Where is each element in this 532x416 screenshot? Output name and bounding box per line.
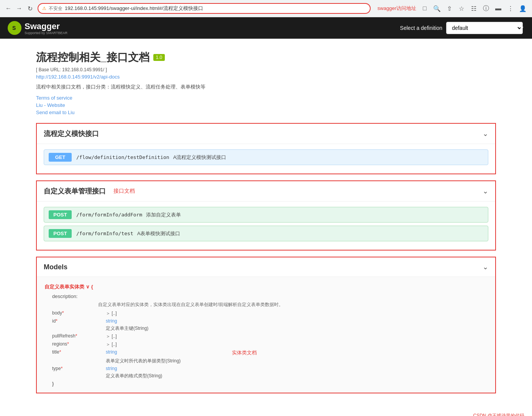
model-field-expand-regions[interactable]: ＞ [..] [106, 341, 117, 348]
method-badge-post-test: POST [49, 229, 72, 238]
definition-selector: Select a definition default ▼ [400, 22, 524, 34]
reload-button[interactable]: ↻ [25, 4, 34, 13]
endpoint-path-form-test: /form/formInfo/test [76, 231, 133, 236]
model-field-regions: regions ＞ [..] [44, 341, 488, 348]
swagger-logo-sub: Supported by SMARTBEAR [25, 31, 67, 35]
model-field-extra-id: 定义表单主键(String) [106, 325, 148, 332]
browser-chrome: ← → ↻ ⚠ 不安全 192.168.0.145:9991/swagger-u… [0, 0, 532, 17]
section-flow-definition: 流程定义模快接口 ⌄ GET /flow/definition/testDefi… [36, 123, 496, 174]
not-secure-label: 不安全 [49, 5, 62, 12]
section-flow-definition-header[interactable]: 流程定义模快接口 ⌄ [37, 124, 495, 144]
model-title[interactable]: 自定义表单实体类 ∨ { [44, 283, 488, 290]
endpoint-desc-form-test: A表单模快测试接口 [137, 230, 181, 237]
models-section: Models ⌄ 自定义表单实体类 ∨ { description: 自定义表单… [36, 257, 496, 393]
endpoint-path-add-form: /form/formInfo/addForm [76, 212, 142, 218]
model-field-extra-type: 定义表单的格式类型(String) [106, 373, 162, 379]
footer-text: CSDN @王维诗里的代码 [473, 413, 524, 416]
model-description-label: description: [52, 293, 488, 299]
main-content: 流程控制相关_接口文档 1.0 [ Base URL: 192.168.0.14… [28, 39, 504, 409]
model-expand-icon[interactable]: ∨ [86, 284, 91, 290]
section-form-management-header[interactable]: 自定义表单管理接口 接口文档 ⌄ [37, 181, 495, 201]
section-form-chevron-icon: ⌄ [483, 187, 488, 195]
url-label: swagger访问地址 [378, 5, 416, 12]
section-flow-definition-body: GET /flow/definition/testDefinition A流程定… [37, 144, 495, 174]
models-section-header[interactable]: Models ⌄ [37, 257, 495, 277]
models-title: Models [44, 263, 67, 271]
model-field-expand-pullRefresh[interactable]: ＞ [..] [106, 333, 117, 340]
swagger-logo-text-block: Swagger Supported by SMARTBEAR [25, 21, 67, 35]
endpoint-path-test-definition: /flow/definition/testDefinition [76, 154, 169, 160]
grid-icon[interactable]: ⋮ [505, 3, 516, 14]
swagger-header: S Swagger Supported by SMARTBEAR Select … [0, 17, 532, 39]
model-field-pullRefresh: pullRefresh ＞ [..] [44, 333, 488, 340]
models-body: 自定义表单实体类 ∨ { description: 自定义表单对应的实体类，实体… [37, 277, 495, 393]
section-form-management-title: 自定义表单管理接口 [44, 187, 106, 196]
model-field-title-extra: 表单定义时所代表的单据类型(String) [44, 358, 488, 364]
extension-icon[interactable]: ▬ [493, 3, 504, 14]
definition-select[interactable]: default [446, 22, 523, 34]
model-field-type-extra: 定义表单的格式类型(String) [44, 373, 488, 379]
model-field-type: type string [44, 366, 488, 371]
model-field-id-extra: 定义表单主键(String) [44, 325, 488, 332]
email-link[interactable]: Send email to Liu [36, 110, 496, 115]
security-icon: ⚠ [42, 6, 46, 11]
model-field-expand-body[interactable]: ＞ [..] [106, 310, 117, 317]
star-icon[interactable]: ☆ [456, 3, 467, 14]
endpoint-desc-add-form: 添加自定义表单 [146, 211, 181, 218]
svg-text:S: S [12, 25, 16, 31]
terms-link[interactable]: Terms of service [36, 95, 496, 101]
definition-label: Select a definition [400, 25, 443, 31]
model-block: 自定义表单实体类 ∨ { description: 自定义表单对应的实体类，实体… [44, 283, 488, 387]
section-form-subtitle: 接口文档 [113, 188, 135, 195]
models-chevron-icon: ⌄ [483, 263, 488, 271]
entity-label: 实体类文档 [232, 349, 257, 356]
model-field-title: title string 实体类文档 [44, 349, 488, 356]
version-badge: 1.0 [153, 54, 165, 61]
profile-icon[interactable]: 👤 [517, 3, 528, 14]
help-icon[interactable]: ⓘ [481, 3, 491, 14]
api-title-text: 流程控制相关_接口文档 [36, 50, 149, 65]
share-icon[interactable]: ⇧ [444, 3, 455, 14]
model-field-name-id: id [52, 318, 98, 324]
model-close-bracket: } [52, 381, 488, 387]
page-footer: CSDN @王维诗里的代码 [0, 409, 532, 416]
model-field-type-type: string [106, 366, 117, 371]
section-flow-definition-title: 流程定义模快接口 [44, 129, 99, 138]
endpoint-post-test[interactable]: POST /form/formInfo/test A表单模快测试接口 [44, 226, 488, 241]
search-icon[interactable]: 🔍 [432, 3, 442, 14]
nav-buttons: ← → ↻ [4, 4, 34, 13]
section-form-management-body: POST /form/formInfo/addForm 添加自定义表单 POST… [37, 201, 495, 250]
model-description-text: 自定义表单对应的实体类，实体类出现在自定义表单创建时/前端解析自定义表单类数据时… [98, 301, 488, 308]
method-badge-get: GET [49, 153, 72, 162]
model-field-name-title: title [52, 349, 98, 355]
model-open-brace: { [91, 284, 93, 290]
section-form-management: 自定义表单管理接口 接口文档 ⌄ POST /form/formInfo/add… [36, 180, 496, 251]
screenshot-icon[interactable]: □ [419, 3, 430, 14]
address-bar[interactable]: ⚠ 不安全 192.168.0.145:9991/swagger-ui/inde… [38, 3, 371, 14]
api-docs-link[interactable]: http://192.168.0.145:9991/v2/api-docs [36, 74, 496, 80]
endpoint-post-add-form[interactable]: POST /form/formInfo/addForm 添加自定义表单 [44, 207, 488, 223]
swagger-logo-text: Swagger [25, 21, 60, 31]
endpoint-get-test-definition[interactable]: GET /flow/definition/testDefinition A流程定… [44, 149, 488, 165]
model-field-name-regions: regions [52, 341, 98, 347]
model-field-type-title: string [106, 349, 117, 355]
model-field-type-id: string [106, 318, 117, 324]
base-url: [ Base URL: 192.168.0.145:9991/ ] [36, 67, 496, 72]
section-form-title-group: 自定义表单管理接口 接口文档 [44, 187, 135, 196]
model-field-name-body: body [52, 310, 98, 316]
forward-button[interactable]: → [15, 4, 24, 13]
model-field-extra-title: 表单定义时所代表的单据类型(String) [106, 358, 181, 364]
filter-icon[interactable]: ☷ [468, 3, 479, 14]
back-button[interactable]: ← [4, 4, 13, 13]
swagger-logo: S Swagger Supported by SMARTBEAR [8, 21, 67, 35]
method-badge-post-add: POST [49, 210, 72, 219]
website-link[interactable]: Liu - Website [36, 102, 496, 108]
model-field-body: body ＞ [..] [44, 310, 488, 317]
model-name: 自定义表单实体类 [44, 284, 84, 290]
model-field-name-type: type [52, 366, 98, 371]
url-text[interactable]: 192.168.0.145:9991/swagger-ui/index.html… [65, 5, 366, 12]
section-flow-chevron-icon: ⌄ [483, 129, 488, 138]
api-title: 流程控制相关_接口文档 1.0 [36, 50, 496, 65]
model-field-name-pullRefresh: pullRefresh [52, 333, 98, 339]
api-title-block: 流程控制相关_接口文档 1.0 [ Base URL: 192.168.0.14… [36, 50, 496, 115]
